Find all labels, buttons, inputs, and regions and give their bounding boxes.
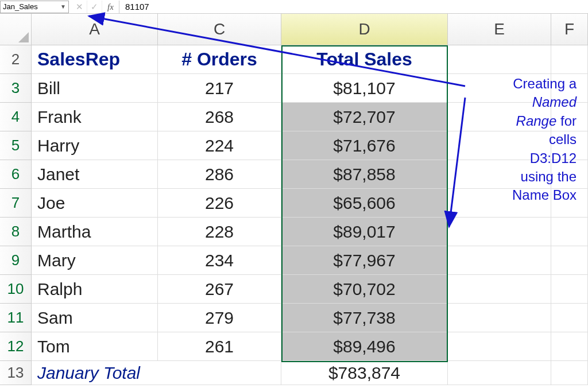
annotation-named: Named — [532, 94, 577, 110]
row-header-9[interactable]: 9 — [0, 246, 32, 275]
cell-orders[interactable]: 261 — [158, 332, 281, 361]
cell-E13[interactable] — [448, 361, 551, 385]
january-total-sum[interactable]: $783,874 — [281, 361, 448, 385]
cell-sales[interactable]: $65,606 — [281, 189, 448, 218]
cell-empty-F[interactable] — [551, 332, 588, 361]
cell-empty-F[interactable] — [551, 275, 588, 304]
cell-name[interactable]: Joe — [32, 189, 158, 218]
annotation-line1: Creating a — [513, 76, 577, 91]
table-row: 10Ralph267$70,702 — [0, 275, 588, 304]
annotation-for: for — [556, 113, 577, 129]
column-header-C[interactable]: C — [158, 14, 281, 45]
cell-orders[interactable]: 234 — [158, 246, 281, 275]
cell-name[interactable]: Mary — [32, 246, 158, 275]
chevron-down-icon[interactable]: ▼ — [60, 3, 66, 10]
row-header-13[interactable]: 13 — [0, 361, 32, 385]
cell-empty-E[interactable] — [448, 246, 551, 275]
total-row: 13 January Total $783,874 — [0, 361, 588, 385]
cell-empty-E[interactable] — [448, 218, 551, 246]
cell-empty-F[interactable] — [551, 304, 588, 332]
cell-sales[interactable]: $77,967 — [281, 246, 448, 275]
cancel-formula-button[interactable]: ✕ — [72, 1, 87, 13]
annotation-range: Range — [516, 113, 557, 129]
cell-empty-E[interactable] — [448, 332, 551, 361]
january-total-label[interactable]: January Total — [32, 361, 281, 385]
cell-orders[interactable]: 226 — [158, 189, 281, 218]
cell-name[interactable]: Harry — [32, 131, 158, 160]
table-row: 8Martha228$89,017 — [0, 218, 588, 246]
column-header-D[interactable]: D — [281, 14, 448, 45]
header-row: 2 SalesRep # Orders Total Sales — [0, 45, 588, 74]
column-headers: A C D E F — [0, 14, 588, 45]
column-header-E[interactable]: E — [448, 14, 551, 45]
cell-name[interactable]: Martha — [32, 218, 158, 246]
column-header-F[interactable]: F — [551, 14, 588, 45]
select-all-corner[interactable] — [0, 14, 32, 45]
cell-orders[interactable]: 228 — [158, 218, 281, 246]
annotation-callout: Creating a Named Range for cells D3:D12 … — [462, 75, 577, 205]
cell-empty-E[interactable] — [448, 275, 551, 304]
row-header-5[interactable]: 5 — [0, 131, 32, 160]
cell-orders[interactable]: 279 — [158, 304, 281, 332]
cell-sales[interactable]: $70,702 — [281, 275, 448, 304]
cell-name[interactable]: Frank — [32, 103, 158, 131]
header-orders[interactable]: # Orders — [158, 45, 281, 74]
table-row: 11Sam279$77,738 — [0, 304, 588, 332]
header-total-sales[interactable]: Total Sales — [281, 45, 448, 74]
cell-sales[interactable]: $81,107 — [281, 74, 448, 103]
formula-bar: Jan_Sales ▼ ✕ ✓ fx 81107 — [0, 0, 588, 14]
table-row: 12Tom261$89,496 — [0, 332, 588, 361]
cell-sales[interactable]: $71,676 — [281, 131, 448, 160]
cell-F13[interactable] — [551, 361, 588, 385]
x-icon: ✕ — [76, 2, 83, 12]
confirm-formula-button[interactable]: ✓ — [87, 1, 102, 13]
formula-input[interactable]: 81107 — [119, 1, 588, 13]
header-salesrep[interactable]: SalesRep — [32, 45, 158, 74]
cell-name[interactable]: Janet — [32, 160, 158, 189]
cell-sales[interactable]: $87,858 — [281, 160, 448, 189]
row-header-3[interactable]: 3 — [0, 74, 32, 103]
cell-orders[interactable]: 224 — [158, 131, 281, 160]
cell-sales[interactable]: $72,707 — [281, 103, 448, 131]
row-header-8[interactable]: 8 — [0, 218, 32, 246]
cell-orders[interactable]: 267 — [158, 275, 281, 304]
cell-name[interactable]: Tom — [32, 332, 158, 361]
cell-empty-E[interactable] — [448, 304, 551, 332]
cell-sales[interactable]: $89,017 — [281, 218, 448, 246]
annotation-cells: cells — [549, 131, 577, 147]
fx-icon[interactable]: fx — [102, 1, 119, 13]
annotation-ref: D3:D12 — [530, 150, 577, 166]
cell-name[interactable]: Sam — [32, 304, 158, 332]
row-header-12[interactable]: 12 — [0, 332, 32, 361]
row-header-2[interactable]: 2 — [0, 45, 32, 74]
row-header-11[interactable]: 11 — [0, 304, 32, 332]
cell-F2[interactable] — [551, 45, 588, 74]
check-icon: ✓ — [91, 2, 98, 12]
row-header-4[interactable]: 4 — [0, 103, 32, 131]
row-header-6[interactable]: 6 — [0, 160, 32, 189]
cell-empty-F[interactable] — [551, 246, 588, 275]
cell-orders[interactable]: 268 — [158, 103, 281, 131]
cell-E2[interactable] — [448, 45, 551, 74]
cell-sales[interactable]: $89,496 — [281, 332, 448, 361]
cell-sales[interactable]: $77,738 — [281, 304, 448, 332]
cell-orders[interactable]: 286 — [158, 160, 281, 189]
row-header-10[interactable]: 10 — [0, 275, 32, 304]
row-header-7[interactable]: 7 — [0, 189, 32, 218]
cell-empty-F[interactable] — [551, 218, 588, 246]
annotation-using: using the — [521, 169, 577, 184]
name-box[interactable]: Jan_Sales ▼ — [0, 1, 69, 13]
name-box-value: Jan_Sales — [3, 2, 38, 11]
cell-orders[interactable]: 217 — [158, 74, 281, 103]
cell-name[interactable]: Ralph — [32, 275, 158, 304]
column-header-A[interactable]: A — [32, 14, 158, 45]
annotation-namebox: Name Box — [512, 187, 577, 203]
cell-name[interactable]: Bill — [32, 74, 158, 103]
table-row: 9Mary234$77,967 — [0, 246, 588, 275]
